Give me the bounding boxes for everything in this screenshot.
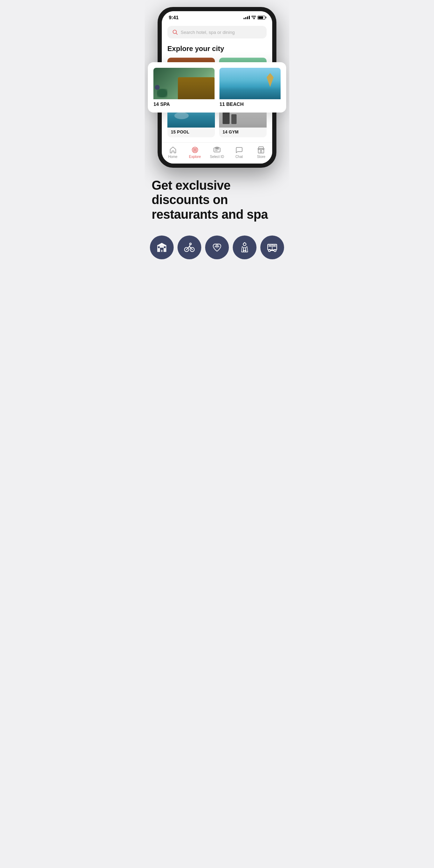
popup-item-spa[interactable]: 14 SPA	[153, 68, 215, 107]
gym-label: 14 GYM	[219, 128, 267, 137]
nav-label-explore: Explore	[189, 155, 201, 159]
feature-icons-row	[145, 229, 289, 270]
store-icon	[257, 146, 265, 154]
home-icon	[169, 146, 177, 154]
battery-icon	[258, 16, 265, 20]
hotel-icon	[156, 241, 168, 253]
cycling-icon	[183, 241, 195, 253]
nav-label-store: Store	[257, 155, 265, 159]
nav-item-store[interactable]: Store	[250, 146, 272, 159]
svg-point-1	[192, 147, 198, 153]
phone-wrapper: 9:41	[145, 0, 289, 168]
popup-grid: 14 SPA 11 BEACH	[153, 68, 281, 107]
nav-label-home: Home	[168, 155, 178, 159]
explore-title: Explore your city	[167, 45, 267, 53]
chat-icon	[235, 146, 243, 154]
nav-item-explore[interactable]: Explore	[184, 146, 206, 159]
spa-popup-label: 14 SPA	[153, 101, 215, 107]
status-bar: 9:41	[162, 11, 272, 22]
search-area: Search hotel, spa or dining	[162, 22, 272, 41]
popup-item-beach[interactable]: 11 BEACH	[219, 68, 281, 107]
svg-point-23	[274, 249, 276, 252]
nav-item-selectid[interactable]: Select ID	[206, 146, 228, 159]
svg-point-22	[268, 249, 270, 252]
pool-label: 15 POOL	[167, 128, 215, 137]
beach-popup-image	[219, 68, 281, 99]
phone-frame: 9:41	[158, 7, 276, 168]
transit-icon	[266, 241, 278, 253]
nav-label-chat: Chat	[236, 155, 243, 159]
explore-heading: Explore your city	[162, 41, 272, 56]
wifi-icon	[251, 16, 256, 19]
spa-popup-image	[153, 68, 215, 99]
feature-icon-cycling[interactable]	[178, 236, 201, 259]
svg-point-17	[243, 243, 246, 246]
nav-item-home[interactable]: Home	[162, 146, 184, 159]
nav-label-selectid: Select ID	[210, 155, 224, 159]
feature-icon-spa[interactable]	[205, 236, 229, 259]
feature-icon-concierge[interactable]	[233, 236, 256, 259]
spa-icon	[211, 241, 223, 253]
svg-point-15	[190, 243, 191, 245]
svg-point-16	[215, 243, 219, 248]
search-icon	[172, 29, 178, 35]
dot-indicator	[155, 85, 160, 90]
signal-bars-icon	[244, 16, 250, 19]
svg-rect-8	[158, 246, 160, 248]
page-container: 9:41	[145, 0, 289, 270]
tagline-section: Get exclusive discounts on restaurants a…	[145, 168, 289, 229]
selectid-icon	[213, 146, 221, 154]
popup-card: 14 SPA 11 BEACH	[148, 62, 286, 113]
svg-rect-26	[269, 245, 272, 247]
search-bar[interactable]: Search hotel, spa or dining	[167, 26, 267, 38]
beach-popup-label: 11 BEACH	[219, 101, 281, 107]
explore-icon	[191, 146, 199, 154]
concierge-icon	[239, 241, 251, 253]
status-icons	[244, 16, 265, 20]
svg-rect-10	[161, 250, 162, 252]
svg-rect-9	[164, 246, 166, 248]
svg-rect-2	[194, 149, 196, 151]
status-time: 9:41	[169, 15, 179, 20]
feature-icon-transit[interactable]	[260, 236, 284, 259]
feature-icon-hotel[interactable]	[150, 236, 174, 259]
search-placeholder: Search hotel, spa or dining	[181, 30, 235, 35]
svg-point-3	[194, 150, 195, 151]
nav-item-chat[interactable]: Chat	[228, 146, 250, 159]
tagline-text: Get exclusive discounts on restaurants a…	[152, 178, 282, 222]
bottom-nav: Home Explore	[162, 142, 272, 164]
svg-rect-27	[273, 245, 276, 247]
